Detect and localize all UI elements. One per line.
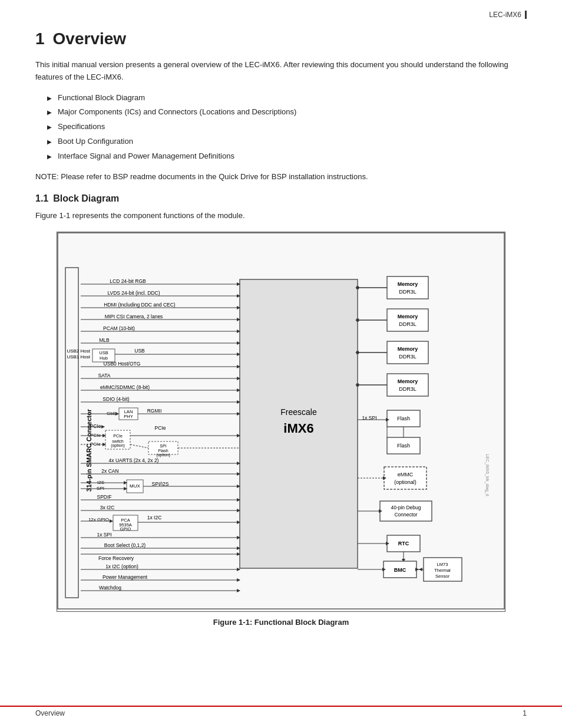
svg-text:MUX: MUX — [130, 483, 140, 489]
svg-text:1x I2C: 1x I2C — [147, 515, 162, 521]
svg-text:DDR3L: DDR3L — [399, 386, 416, 392]
svg-text:Watchdog: Watchdog — [99, 585, 121, 591]
svg-text:(option): (option) — [156, 453, 170, 457]
svg-text:LCD 24-bit RGB: LCD 24-bit RGB — [110, 278, 146, 284]
svg-text:4x UARTS (2x 4, 2x 2): 4x UARTS (2x 4, 2x 2) — [109, 457, 159, 463]
list-item: Functional Block Diagram — [47, 92, 527, 104]
page-container: LEC-iMX6 1Overview This initial manual v… — [0, 0, 562, 728]
svg-text:(option): (option) — [111, 443, 125, 448]
list-item: Major Components (ICs) and Connectors (L… — [47, 106, 527, 118]
svg-text:eMMC/SDMMC (8-bit): eMMC/SDMMC (8-bit) — [100, 384, 150, 390]
svg-text:BMC: BMC — [394, 567, 406, 573]
note-text: NOTE: Please refer to BSP readme documen… — [35, 171, 527, 183]
chapter-title: 1Overview — [35, 29, 527, 48]
svg-text:12x GPIO: 12x GPIO — [88, 517, 109, 522]
svg-text:PCIe: PCIe — [90, 423, 101, 429]
svg-text:DDR3L: DDR3L — [399, 354, 416, 360]
svg-text:SPDIF: SPDIF — [97, 494, 111, 500]
block-diagram-container: 314-pin SMARC Connector Freescale iMX6 L… — [35, 232, 527, 627]
footer-left: Overview — [35, 709, 65, 717]
svg-text:PCAM (10-bit): PCAM (10-bit) — [103, 325, 135, 331]
svg-text:Hub: Hub — [100, 355, 108, 361]
svg-text:Power Management: Power Management — [103, 574, 148, 580]
svg-text:RGMII: RGMII — [147, 408, 162, 414]
svg-text:PHY: PHY — [124, 414, 133, 419]
svg-text:Memory: Memory — [398, 346, 418, 352]
svg-text:SDIO (4-bit): SDIO (4-bit) — [103, 396, 130, 402]
svg-text:Memory: Memory — [398, 281, 418, 287]
svg-text:DDR3L: DDR3L — [399, 321, 416, 327]
figure-caption: Figure 1-1: Functional Block Diagram — [213, 618, 349, 627]
list-item: Interface Signal and Power Management De… — [47, 150, 527, 163]
svg-rect-129 — [384, 467, 427, 489]
svg-text:LM73: LM73 — [437, 562, 448, 567]
svg-text:USB: USB — [99, 350, 108, 355]
svg-text:1x SPI: 1x SPI — [97, 532, 111, 538]
svg-rect-102 — [387, 309, 428, 331]
svg-text:(optional): (optional) — [394, 479, 416, 485]
svg-text:3x I2C: 3x I2C — [100, 505, 115, 510]
svg-text:GPIO: GPIO — [120, 526, 131, 532]
svg-text:switch: switch — [112, 439, 124, 443]
svg-text:USB0 Host/OTG: USB0 Host/OTG — [104, 361, 141, 367]
svg-text:DDR3L: DDR3L — [399, 289, 416, 295]
svg-text:USB1 Host: USB1 Host — [67, 354, 90, 360]
svg-rect-96 — [387, 276, 428, 299]
svg-rect-114 — [387, 374, 428, 396]
svg-text:Connector: Connector — [394, 512, 417, 518]
svg-rect-108 — [387, 341, 428, 364]
section-title: 1.1Block Diagram — [35, 193, 527, 204]
svg-text:Flash: Flash — [158, 449, 168, 453]
svg-text:314-pin SMARC Connector: 314-pin SMARC Connector — [85, 409, 92, 492]
svg-text:LVDS 24-bit (incl. DDC): LVDS 24-bit (incl. DDC) — [107, 290, 160, 296]
svg-text:Flash: Flash — [397, 416, 410, 421]
svg-text:Boot Select (0,1,2): Boot Select (0,1,2) — [104, 542, 146, 548]
svg-text:Memory: Memory — [398, 314, 418, 319]
svg-text:HDMI (Including DDC and CEC): HDMI (Including DDC and CEC) — [104, 302, 176, 308]
svg-text:SPI: SPI — [160, 444, 166, 448]
list-item: Boot Up Configuration — [47, 136, 527, 148]
block-diagram: 314-pin SMARC Connector Freescale iMX6 L… — [57, 232, 505, 612]
svg-text:1x I2C (option): 1x I2C (option) — [105, 564, 138, 569]
svg-text:USB2 Host: USB2 Host — [67, 348, 90, 354]
section-intro: Figure 1-1 represents the component func… — [35, 210, 527, 222]
svg-text:USB: USB — [134, 348, 145, 354]
svg-text:Sensor: Sensor — [435, 574, 449, 579]
svg-text:eMMC: eMMC — [398, 472, 414, 477]
list-item: Specifications — [47, 121, 527, 133]
page-footer: Overview 1 — [0, 706, 562, 717]
header-product: LEC-iMX6 — [489, 11, 527, 19]
svg-text:Force Recovery: Force Recovery — [98, 555, 134, 561]
svg-text:MIPI CSI Camera, 2 lanes: MIPI CSI Camera, 2 lanes — [105, 314, 163, 319]
svg-text:40-pin Debug: 40-pin Debug — [391, 505, 421, 510]
svg-text:Thermal: Thermal — [434, 568, 451, 573]
intro-paragraph: This initial manual version presents a g… — [35, 59, 527, 84]
svg-text:RTC: RTC — [398, 541, 409, 546]
svg-text:PCIe: PCIe — [155, 425, 166, 431]
feature-list: Functional Block Diagram Major Component… — [47, 92, 527, 163]
svg-text:2x CAN: 2x CAN — [101, 468, 118, 474]
svg-text:iMX6: iMX6 — [283, 421, 313, 436]
svg-text:LEC_iMX6_blk_diag_d: LEC_iMX6_blk_diag_d — [485, 454, 490, 496]
svg-text:Flash: Flash — [397, 443, 410, 449]
footer-right: 1 — [523, 709, 527, 717]
svg-text:SATA: SATA — [98, 373, 111, 378]
svg-text:Freescale: Freescale — [280, 407, 317, 417]
svg-text:MLB: MLB — [99, 337, 110, 343]
svg-text:PCIe: PCIe — [113, 434, 123, 438]
svg-text:Memory: Memory — [398, 378, 418, 384]
